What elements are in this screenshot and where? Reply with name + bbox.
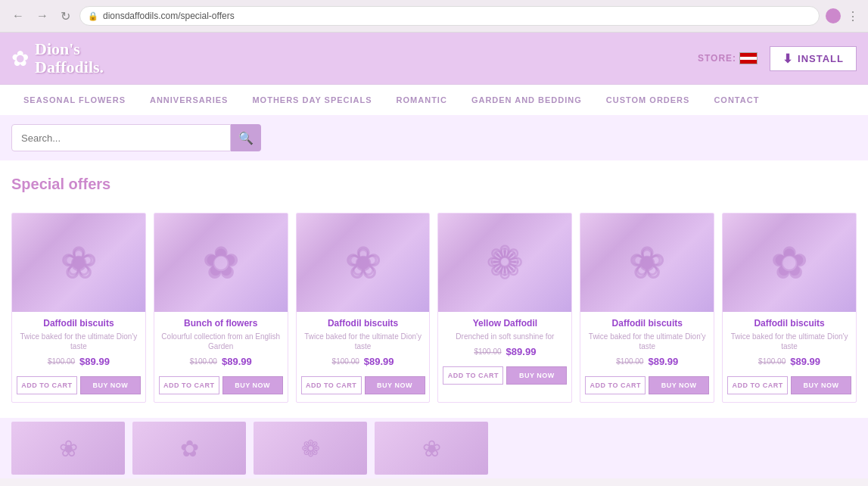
product-price-row: $100.00 $89.99 bbox=[303, 356, 424, 367]
product-image: ✿ bbox=[723, 213, 856, 312]
logo-flower-icon: ✿ bbox=[11, 46, 29, 71]
product-name: Daffodil biscuits bbox=[586, 318, 708, 329]
bottom-thumb: ❁ bbox=[254, 422, 367, 475]
product-price-row: $100.00 $89.99 bbox=[160, 356, 282, 367]
price-old: $100.00 bbox=[616, 357, 643, 366]
special-offers-section: Special offers bbox=[0, 160, 868, 213]
product-info: Daffodil biscuits Twice baked for the ul… bbox=[723, 312, 856, 376]
lock-icon: 🔒 bbox=[88, 11, 98, 21]
product-card: ❀ Daffodil biscuits Twice baked for the … bbox=[580, 213, 714, 403]
product-card: ✿ Daffodil biscuits Twice baked for the … bbox=[722, 213, 857, 403]
store-label: STORE: bbox=[698, 53, 736, 64]
address-bar[interactable]: 🔒 dionsdaffodils.com/special-offers bbox=[79, 6, 820, 26]
price-old: $100.00 bbox=[758, 357, 786, 366]
price-new: $89.99 bbox=[222, 356, 252, 367]
product-info: Bunch of flowers Colourful collection fr… bbox=[154, 312, 288, 376]
refresh-button[interactable]: ↻ bbox=[58, 8, 73, 25]
nav-romantic[interactable]: Romantic bbox=[384, 85, 459, 115]
product-image: ❀ bbox=[580, 213, 714, 312]
product-price-row: $100.00 $89.99 bbox=[18, 356, 139, 367]
buy-now-button[interactable]: BUY NOW bbox=[791, 376, 851, 394]
product-price-row: $100.00 $89.99 bbox=[444, 346, 565, 357]
product-image: ✿ bbox=[154, 213, 288, 312]
site-wrapper: ✿ Dion'sDaffodils. STORE: ⬇ INSTALL Seas… bbox=[0, 33, 868, 478]
site-header: ✿ Dion'sDaffodils. STORE: ⬇ INSTALL Seas… bbox=[0, 33, 868, 115]
product-actions: ADD TO CART BUY NOW bbox=[438, 366, 571, 392]
product-desc: Twice baked for the ultimate Dion'y tast… bbox=[729, 332, 850, 351]
product-actions: ADD TO CART BUY NOW bbox=[154, 376, 288, 402]
bottom-thumb: ✿ bbox=[132, 422, 246, 475]
product-desc: Drenched in soft sunshine for bbox=[444, 332, 565, 341]
nav-anniversaries[interactable]: Anniversaries bbox=[138, 85, 240, 115]
add-to-cart-button[interactable]: ADD TO CART bbox=[585, 376, 646, 394]
back-button[interactable]: ← bbox=[9, 8, 27, 24]
price-old: $100.00 bbox=[190, 357, 217, 366]
install-label: INSTALL bbox=[798, 53, 844, 64]
product-info: Daffodil biscuits Twice baked for the ul… bbox=[580, 312, 714, 376]
product-name: Bunch of flowers bbox=[160, 318, 282, 329]
address-text: dionsdaffodils.com/special-offers bbox=[103, 11, 811, 21]
nav-mothers-day[interactable]: Mothers Day Specials bbox=[240, 85, 384, 115]
product-price-row: $100.00 $89.99 bbox=[729, 356, 850, 367]
search-button[interactable]: 🔍 bbox=[231, 124, 261, 151]
buy-now-button[interactable]: BUY NOW bbox=[80, 376, 141, 394]
profile-icon bbox=[826, 8, 841, 23]
flag-icon bbox=[739, 52, 758, 64]
install-button[interactable]: ⬇ INSTALL bbox=[770, 46, 857, 71]
product-image: ❀ bbox=[297, 213, 430, 312]
product-name: Daffodil biscuits bbox=[303, 318, 424, 329]
search-input[interactable] bbox=[11, 124, 231, 151]
nav-custom-orders[interactable]: Custom Orders bbox=[594, 85, 702, 115]
search-area: 🔍 bbox=[0, 115, 868, 160]
product-desc: Twice baked for the ultimate Dion'y tast… bbox=[303, 332, 424, 351]
price-old: $100.00 bbox=[474, 347, 501, 356]
bottom-thumb: ❀ bbox=[375, 422, 488, 475]
search-bar-area: 🔍 bbox=[11, 124, 261, 151]
product-image: ❀ bbox=[12, 213, 145, 312]
forward-button[interactable]: → bbox=[33, 8, 51, 24]
add-to-cart-button[interactable]: ADD TO CART bbox=[17, 376, 77, 394]
product-image: ❁ bbox=[438, 213, 571, 312]
add-to-cart-button[interactable]: ADD TO CART bbox=[727, 376, 788, 394]
price-new: $89.99 bbox=[648, 356, 678, 367]
product-desc: Twice baked for the ultimate Dion'y tast… bbox=[586, 332, 708, 351]
logo-text: Dion'sDaffodils. bbox=[35, 40, 104, 76]
bottom-strip: ❀ ✿ ❁ ❀ bbox=[0, 418, 868, 478]
nav-seasonal-flowers[interactable]: Seasonal Flowers bbox=[11, 85, 138, 115]
product-price-row: $100.00 $89.99 bbox=[586, 356, 708, 367]
product-card: ❀ Daffodil biscuits Twice baked for the … bbox=[11, 213, 146, 403]
install-icon: ⬇ bbox=[782, 51, 793, 66]
product-info: Yellow Daffodil Drenched in soft sunshin… bbox=[438, 312, 571, 366]
store-selector[interactable]: STORE: bbox=[698, 52, 758, 64]
product-info: Daffodil biscuits Twice baked for the ul… bbox=[12, 312, 145, 376]
product-name: Yellow Daffodil bbox=[444, 318, 565, 329]
logo-area: ✿ Dion'sDaffodils. bbox=[11, 40, 104, 76]
section-title: Special offers bbox=[11, 176, 857, 193]
add-to-cart-button[interactable]: ADD TO CART bbox=[443, 366, 503, 385]
product-card: ❁ Yellow Daffodil Drenched in soft sunsh… bbox=[437, 213, 572, 403]
buy-now-button[interactable]: BUY NOW bbox=[365, 376, 425, 394]
buy-now-button[interactable]: BUY NOW bbox=[649, 376, 709, 394]
product-info: Daffodil biscuits Twice baked for the ul… bbox=[297, 312, 430, 376]
nav-garden-bedding[interactable]: Garden and Bedding bbox=[459, 85, 594, 115]
browser-chrome: ← → ↻ 🔒 dionsdaffodils.com/special-offer… bbox=[0, 0, 868, 33]
price-old: $100.00 bbox=[332, 357, 359, 366]
add-to-cart-button[interactable]: ADD TO CART bbox=[159, 376, 219, 394]
price-old: $100.00 bbox=[48, 357, 75, 366]
menu-dots-icon[interactable]: ⋮ bbox=[847, 9, 859, 23]
product-desc: Twice baked for the ultimate Dion'y tast… bbox=[18, 332, 139, 351]
search-icon: 🔍 bbox=[238, 131, 254, 145]
site-nav: Seasonal Flowers Anniversaries Mothers D… bbox=[0, 84, 868, 115]
product-desc: Colourful collection from an English Gar… bbox=[160, 332, 282, 351]
price-new: $89.99 bbox=[790, 356, 820, 367]
product-name: Daffodil biscuits bbox=[729, 318, 850, 329]
buy-now-button[interactable]: BUY NOW bbox=[506, 366, 567, 385]
product-actions: ADD TO CART BUY NOW bbox=[580, 376, 714, 402]
buy-now-button[interactable]: BUY NOW bbox=[222, 376, 283, 394]
nav-contact[interactable]: Contact bbox=[702, 85, 771, 115]
product-card: ❀ Daffodil biscuits Twice baked for the … bbox=[296, 213, 431, 403]
add-to-cart-button[interactable]: ADD TO CART bbox=[301, 376, 362, 394]
product-name: Daffodil biscuits bbox=[18, 318, 139, 329]
product-actions: ADD TO CART BUY NOW bbox=[297, 376, 430, 402]
price-new: $89.99 bbox=[506, 346, 537, 357]
